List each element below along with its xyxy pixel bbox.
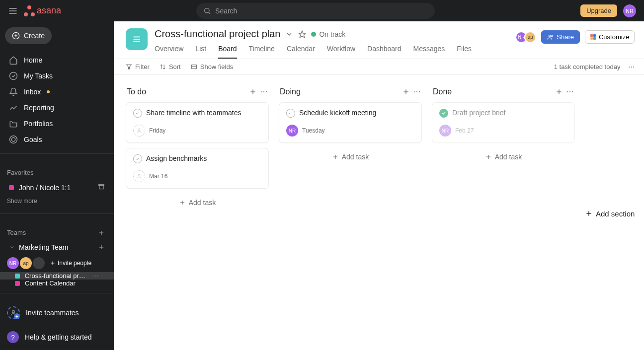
add-card-button[interactable] [249,87,257,96]
tab-files[interactable]: Files [457,45,472,59]
tab-dashboard[interactable]: Dashboard [367,45,402,59]
nav-reporting[interactable]: Reporting [0,100,114,116]
home-icon [9,56,18,65]
teams-header: Teams [0,220,114,240]
tab-calendar[interactable]: Calendar [287,45,315,59]
team-item[interactable]: Marketing Team [0,240,114,254]
board-column: Doing ⋯ Schedule kickoff meeting NR Tues… [279,85,422,340]
plus-icon [12,32,20,40]
due-date[interactable]: Mar 16 [149,173,167,180]
assignee-avatar[interactable]: NR [439,125,451,137]
due-date[interactable]: Tuesday [302,127,325,134]
add-card-button[interactable] [555,87,563,96]
more-icon[interactable]: ⋯ [92,272,99,280]
chevron-down-icon[interactable] [285,30,293,38]
svg-rect-11 [99,184,104,185]
column-more-icon[interactable]: ⋯ [260,87,268,96]
add-task-button[interactable]: Add task [432,148,575,166]
search-input[interactable]: Search [196,3,435,19]
svg-line-4 [209,12,210,14]
board: To do ⋯ Share timeline with teammates Fr… [114,75,644,350]
sidebar-project[interactable]: Cross-functional pro… ⋯ [0,272,114,280]
task-title: Draft project brief [452,109,567,117]
filter-button[interactable]: Filter [126,63,150,70]
create-label: Create [24,32,45,40]
tab-messages[interactable]: Messages [413,45,445,59]
member-avatar-empty[interactable] [33,257,45,269]
column-more-icon[interactable]: ⋯ [566,87,574,96]
nav-inbox[interactable]: Inbox [0,84,114,100]
archive-icon[interactable] [98,183,105,192]
logo-icon [24,5,35,16]
due-date[interactable]: Friday [149,127,165,134]
user-avatar[interactable]: NR [623,4,636,17]
tab-workflow[interactable]: Workflow [327,45,355,59]
svg-point-3 [205,8,209,12]
add-team-button[interactable] [98,229,105,236]
sort-button[interactable]: Sort [160,63,181,70]
menu-toggle[interactable] [8,6,18,16]
nav-goals[interactable]: Goals [0,132,114,147]
board-toolbar: Filter Sort Show fields 1 task completed… [114,59,644,75]
add-task-button[interactable]: Add task [279,148,422,166]
completed-today[interactable]: 1 task completed today [554,63,621,70]
help-button[interactable]: ? Help & getting started [0,324,114,350]
add-card-button[interactable] [402,87,410,96]
column-more-icon[interactable]: ⋯ [413,87,421,96]
column-title[interactable]: To do [127,87,146,96]
task-card[interactable]: Share timeline with teammates Friday [126,102,269,143]
complete-toggle[interactable] [439,109,448,118]
task-card[interactable]: Draft project brief NR Feb 27 [432,102,575,143]
member-avatar[interactable]: NR [7,257,19,269]
complete-toggle[interactable] [133,154,142,163]
create-button[interactable]: Create [5,27,52,44]
task-card[interactable]: Assign benchmarks Mar 16 [126,148,269,189]
sidebar-project[interactable]: Content Calendar [0,280,114,287]
show-fields-button[interactable]: Show fields [191,63,233,70]
plus-icon [50,260,56,266]
invite-icon: + [7,306,20,319]
nav-portfolios[interactable]: Portfolios [0,116,114,132]
member-avatar[interactable]: ap [20,257,32,269]
assignee-empty[interactable] [133,125,145,137]
invite-teammates[interactable]: + Invite teammates [0,301,114,324]
svg-point-9 [10,136,17,143]
favorite-item[interactable]: John / Nicole 1:1 [0,180,114,195]
column-title[interactable]: Doing [280,87,301,96]
add-task-button[interactable]: Add task [126,194,269,211]
status-badge[interactable]: On track [311,30,345,38]
nav-my-tasks[interactable]: My Tasks [0,68,114,84]
more-icon[interactable]: ⋯ [628,63,635,70]
chevron-down-icon [9,244,15,250]
project-icon[interactable] [126,28,148,50]
due-date[interactable]: Feb 27 [455,127,474,134]
column-title[interactable]: Done [433,87,452,96]
add-project-button[interactable] [98,244,105,251]
project-title[interactable]: Cross-functional project plan [155,28,280,40]
sort-icon [160,64,166,70]
project-label: Content Calendar [25,280,76,287]
status-dot-icon [311,32,316,37]
invite-people[interactable]: Invite people [50,260,91,267]
complete-toggle[interactable] [133,109,142,118]
share-button[interactable]: Share [541,30,580,44]
add-section-button[interactable]: Add section [585,85,635,340]
project-tabs: Overview List Board Timeline Calendar Wo… [155,45,508,59]
show-more[interactable]: Show more [0,195,114,208]
star-icon[interactable] [298,30,306,38]
tab-overview[interactable]: Overview [155,45,183,59]
nav-home[interactable]: Home [0,52,114,68]
tab-timeline[interactable]: Timeline [249,45,275,59]
nav-reporting-label: Reporting [24,104,54,112]
complete-toggle[interactable] [286,109,295,118]
task-card[interactable]: Schedule kickoff meeting NR Tuesday [279,102,422,143]
assignee-empty[interactable] [133,170,145,182]
tab-board[interactable]: Board [218,45,237,59]
upgrade-button[interactable]: Upgrade [580,4,617,17]
members-stack[interactable]: NR ap [515,31,536,43]
tab-list[interactable]: List [195,45,206,59]
logo[interactable]: asana [24,5,61,16]
assignee-avatar[interactable]: NR [286,125,298,137]
customize-button[interactable]: Customize [585,30,635,44]
sidebar: Create Home My Tasks Inbox Reporting Por… [0,21,114,350]
